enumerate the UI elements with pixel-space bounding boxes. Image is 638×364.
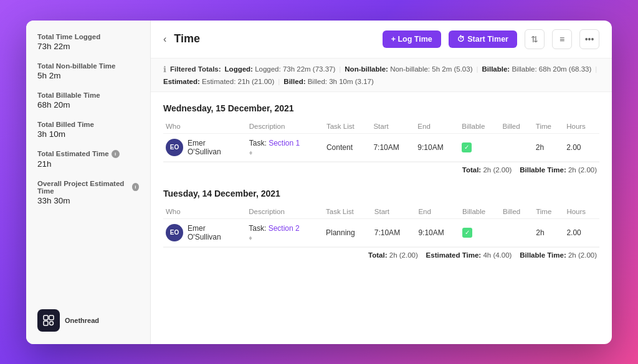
footer-total-value: 2h (2.00) bbox=[483, 166, 512, 174]
back-button[interactable]: ‹ bbox=[163, 34, 166, 45]
sidebar-stat-value: 3h 10m bbox=[37, 129, 139, 139]
sidebar: Total Time Logged73h 22mTotal Non-billab… bbox=[26, 21, 151, 344]
col-end-2: End bbox=[416, 205, 460, 219]
sidebar-stat-value: 21h bbox=[37, 159, 139, 169]
sidebar-stat-label: Total Estimated Timei bbox=[37, 150, 139, 158]
sidebar-stat: Overall Project Estimated Timei33h 30m bbox=[37, 180, 139, 205]
page-title: Time bbox=[174, 32, 374, 45]
time-table-tuesday: Who Description Task List Start End Bill… bbox=[163, 205, 599, 247]
cell-end-2: 9:10AM bbox=[416, 218, 460, 246]
info-icon[interactable]: i bbox=[112, 150, 120, 158]
logo-area: Onethread bbox=[37, 309, 139, 332]
cell-billed-2 bbox=[500, 218, 533, 246]
col-billed-2: Billed bbox=[500, 205, 533, 219]
svg-rect-2 bbox=[44, 321, 48, 325]
log-time-button[interactable]: + Log Time bbox=[383, 30, 441, 48]
logo-icon bbox=[42, 314, 55, 327]
sidebar-stat: Total Billed Time3h 10m bbox=[37, 121, 139, 139]
footer-total-label: Total: bbox=[462, 166, 481, 174]
task-link-2[interactable]: Section 2 bbox=[269, 224, 300, 233]
footer-total-value-2: 2h (2.00) bbox=[389, 251, 418, 259]
ft-billed: Billed: Billed: 3h 10m (3.17) bbox=[283, 78, 373, 85]
cell-who-2: EO EmerO'Sullivan bbox=[163, 218, 246, 246]
cell-start-2: 7:10AM bbox=[372, 218, 416, 246]
cell-start: 7:10AM bbox=[371, 133, 415, 161]
cell-billable-2: ✓ bbox=[460, 218, 500, 246]
col-time-1: Time bbox=[533, 119, 564, 134]
col-who-2: Who bbox=[163, 205, 246, 219]
filtered-totals-bar: ℹ Filtered Totals: Logged: Logged: 73h 2… bbox=[151, 58, 612, 92]
logo-label: Onethread bbox=[65, 317, 99, 324]
cell-time: 2h bbox=[533, 133, 564, 161]
col-tasklist-2: Task List bbox=[323, 205, 372, 219]
cell-hours-2: 2.00 bbox=[564, 218, 599, 246]
filter-button[interactable]: ≡ bbox=[552, 29, 572, 49]
sidebar-stat-label: Total Non-billable Time bbox=[37, 62, 139, 70]
info-circle-icon: ℹ bbox=[163, 65, 166, 74]
logo-box bbox=[37, 309, 60, 332]
cell-description: Task: Section 1 ♦ bbox=[247, 133, 324, 161]
col-description-1: Description bbox=[247, 119, 324, 134]
who-name: EmerO'Sullivan bbox=[188, 139, 221, 156]
sidebar-stat: Total Non-billable Time5h 2m bbox=[37, 62, 139, 80]
sidebar-stat-value: 5h 2m bbox=[37, 71, 139, 80]
sidebar-stat-label: Total Time Logged bbox=[37, 33, 139, 40]
task-prefix: Task: bbox=[249, 139, 267, 147]
table-row: EO EmerO'Sullivan Task: Section 1 bbox=[163, 133, 599, 161]
date-heading-tuesday: Tuesday, 14 December, 2021 bbox=[163, 189, 599, 198]
footer-billable-label: Billable Time: bbox=[520, 166, 566, 174]
cell-time-2: 2h bbox=[533, 218, 564, 246]
more-button[interactable]: ••• bbox=[579, 29, 599, 49]
section-footer-wednesday: Total: 2h (2.00) Billable Time: 2h (2.00… bbox=[163, 162, 599, 177]
cell-end: 9:10AM bbox=[415, 133, 459, 161]
scroll-area[interactable]: Wednesday, 15 December, 2021 Who Descrip… bbox=[151, 92, 612, 344]
ft-estimated: Estimated: Estimated: 21h (21.00) bbox=[163, 78, 274, 85]
task-desc-text: Task: Section 1 bbox=[249, 139, 319, 147]
col-time-2: Time bbox=[533, 205, 564, 219]
who-name-2: EmerO'Sullivan bbox=[188, 224, 221, 241]
billable-checkbox[interactable]: ✓ bbox=[462, 142, 472, 152]
col-hours-1: Hours bbox=[564, 119, 599, 134]
col-billed-1: Billed bbox=[500, 119, 533, 134]
billable-checkbox-2[interactable]: ✓ bbox=[462, 228, 472, 238]
footer-billable-value-2: 2h (2.00) bbox=[568, 251, 597, 259]
sort-icon: ⇅ bbox=[531, 34, 538, 44]
ft-nonbillable: Non-billable: Non-billable: 5h 2m (5.03) bbox=[345, 65, 472, 73]
cell-billable: ✓ bbox=[459, 133, 500, 161]
col-hours-2: Hours bbox=[564, 205, 599, 219]
tag-icon: ♦ bbox=[249, 149, 319, 156]
col-end-1: End bbox=[415, 119, 459, 134]
avatar: EO bbox=[166, 139, 183, 156]
sidebar-stat: Total Billable Time68h 20m bbox=[37, 91, 139, 110]
task-prefix-2: Task: bbox=[249, 224, 266, 233]
sidebar-stat-value: 33h 30m bbox=[37, 196, 139, 205]
date-section-wednesday: Wednesday, 15 December, 2021 Who Descrip… bbox=[163, 103, 599, 177]
ft-billable: Billable: Billable: 68h 20m (68.33) bbox=[482, 65, 591, 73]
main-content: ‹ Time + Log Time ⏱ Start Timer ⇅ ≡ ••• … bbox=[151, 21, 612, 344]
sort-button[interactable]: ⇅ bbox=[525, 29, 545, 49]
cell-who: EO EmerO'Sullivan bbox=[163, 133, 247, 161]
cell-description-2: Task: Section 2 ♦ bbox=[246, 218, 323, 246]
info-icon[interactable]: i bbox=[132, 183, 139, 191]
filtered-totals-label: Filtered Totals: bbox=[170, 65, 221, 73]
cell-tasklist: Content bbox=[324, 133, 371, 161]
footer-billable-value: 2h (2.00) bbox=[568, 166, 597, 174]
col-start-1: Start bbox=[371, 119, 415, 134]
sidebar-stat-value: 68h 20m bbox=[37, 100, 139, 110]
footer-estimated-label-2: Estimated Time: bbox=[426, 251, 482, 259]
col-start-2: Start bbox=[372, 205, 416, 219]
footer-estimated-value-2: 4h (4.00) bbox=[483, 251, 512, 259]
task-link[interactable]: Section 1 bbox=[269, 139, 300, 147]
cell-billed bbox=[500, 133, 533, 161]
footer-billable-label-2: Billable Time: bbox=[520, 251, 566, 259]
section-footer-tuesday: Total: 2h (2.00) Estimated Time: 4h (4.0… bbox=[163, 247, 599, 263]
sidebar-stat-label: Total Billable Time bbox=[37, 91, 139, 99]
main-header: ‹ Time + Log Time ⏱ Start Timer ⇅ ≡ ••• bbox=[151, 21, 612, 58]
date-section-tuesday: Tuesday, 14 December, 2021 Who Descripti… bbox=[163, 189, 599, 263]
sidebar-stat: Total Time Logged73h 22m bbox=[37, 33, 139, 51]
start-timer-button[interactable]: ⏱ Start Timer bbox=[449, 30, 517, 48]
col-billable-2: Billable bbox=[460, 205, 500, 219]
col-billable-1: Billable bbox=[459, 119, 500, 134]
footer-total-label-2: Total: bbox=[368, 251, 387, 259]
app-container: Total Time Logged73h 22mTotal Non-billab… bbox=[26, 21, 612, 344]
